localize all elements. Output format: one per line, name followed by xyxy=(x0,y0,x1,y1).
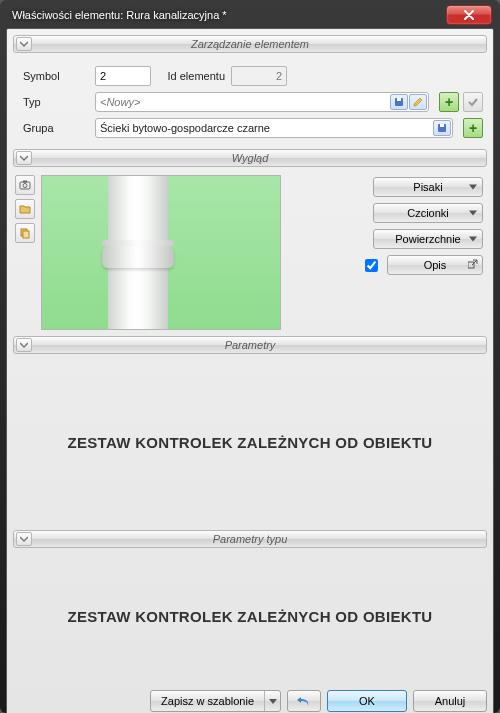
appearance-body: Pisaki Czcionki Powierzchnie Opis xyxy=(13,171,487,332)
save-template-dropdown[interactable] xyxy=(264,691,280,711)
collapse-icon[interactable] xyxy=(16,338,32,352)
section-type-parameters-title: Parametry typu xyxy=(14,533,486,545)
section-management-header[interactable]: Zarządzanie elementem xyxy=(13,35,487,53)
svg-rect-8 xyxy=(23,231,29,238)
close-button[interactable] xyxy=(446,5,492,25)
pipe-3d xyxy=(108,175,168,330)
desc-checkbox[interactable] xyxy=(365,259,378,272)
group-select[interactable]: Ścieki bytowo-gospodarcze czarne xyxy=(95,118,453,138)
chevron-down-icon xyxy=(469,211,477,216)
window-title: Właściwości elementu: Rura kanalizacyjna… xyxy=(12,9,227,21)
collapse-icon[interactable] xyxy=(16,151,32,165)
desc-button[interactable]: Opis xyxy=(387,255,483,275)
plus-icon: + xyxy=(469,121,477,135)
dialog-window: Właściwości elementu: Rura kanalizacyjna… xyxy=(0,0,500,713)
svg-point-5 xyxy=(23,184,27,188)
type-save-icon[interactable] xyxy=(390,94,408,110)
label-group: Grupa xyxy=(17,122,89,134)
chevron-down-icon xyxy=(469,185,477,190)
svg-rect-1 xyxy=(397,98,401,101)
parameters-placeholder: ZESTAW KONTROLEK ZALEŻNYCH OD OBIEKTU xyxy=(13,358,487,526)
titlebar: Właściwości elementu: Rura kanalizacyjna… xyxy=(6,6,494,28)
group-dropdown-icon[interactable] xyxy=(433,120,451,136)
section-parameters-title: Parametry xyxy=(14,339,486,351)
type-add-button[interactable]: + xyxy=(439,92,459,112)
id-input xyxy=(231,66,287,86)
svg-rect-9 xyxy=(468,262,474,268)
fonts-button[interactable]: Czcionki xyxy=(373,203,483,223)
symbol-input[interactable] xyxy=(95,66,151,86)
surfaces-button[interactable]: Powierzchnie xyxy=(373,229,483,249)
svg-rect-6 xyxy=(23,181,27,183)
collapse-icon[interactable] xyxy=(16,37,32,51)
group-value: Ścieki bytowo-gospodarcze czarne xyxy=(100,122,270,134)
type-select[interactable]: <Nowy> xyxy=(95,92,429,112)
type-value: <Nowy> xyxy=(100,96,140,108)
cancel-button[interactable]: Anuluj xyxy=(413,690,487,712)
svg-rect-3 xyxy=(440,124,444,127)
undo-icon xyxy=(296,694,312,708)
section-appearance-header[interactable]: Wygląd xyxy=(13,149,487,167)
folder-icon[interactable] xyxy=(15,199,35,219)
camera-icon[interactable] xyxy=(15,175,35,195)
client-area: Zarządzanie elementem Symbol Id elementu… xyxy=(6,28,494,713)
external-icon xyxy=(468,259,478,269)
chevron-down-icon xyxy=(269,699,277,704)
type-parameters-placeholder: ZESTAW KONTROLEK ZALEŻNYCH OD OBIEKTU xyxy=(13,552,487,680)
pens-button[interactable]: Pisaki xyxy=(373,177,483,197)
group-add-button[interactable]: + xyxy=(463,118,483,138)
close-icon xyxy=(464,10,474,20)
chevron-down-icon xyxy=(469,237,477,242)
footer-buttons: Zapisz w szablonie OK Anuluj xyxy=(13,684,487,712)
management-form: Symbol Id elementu Typ <Nowy> + xyxy=(13,57,487,145)
ok-button[interactable]: OK xyxy=(327,690,407,712)
section-parameters-header[interactable]: Parametry xyxy=(13,336,487,354)
type-edit-icon[interactable] xyxy=(409,94,427,110)
section-management-title: Zarządzanie elementem xyxy=(14,38,486,50)
section-appearance-title: Wygląd xyxy=(14,152,486,164)
label-symbol: Symbol xyxy=(17,70,89,82)
save-template-button[interactable]: Zapisz w szablonie xyxy=(150,690,281,712)
undo-button[interactable] xyxy=(287,690,321,712)
type-confirm-button[interactable] xyxy=(463,92,483,112)
preview-3d xyxy=(41,175,281,330)
label-type: Typ xyxy=(17,96,89,108)
label-id: Id elementu xyxy=(157,70,225,82)
plus-icon: + xyxy=(445,95,453,109)
copy-icon[interactable] xyxy=(15,223,35,243)
section-type-parameters-header[interactable]: Parametry typu xyxy=(13,530,487,548)
collapse-icon[interactable] xyxy=(16,532,32,546)
